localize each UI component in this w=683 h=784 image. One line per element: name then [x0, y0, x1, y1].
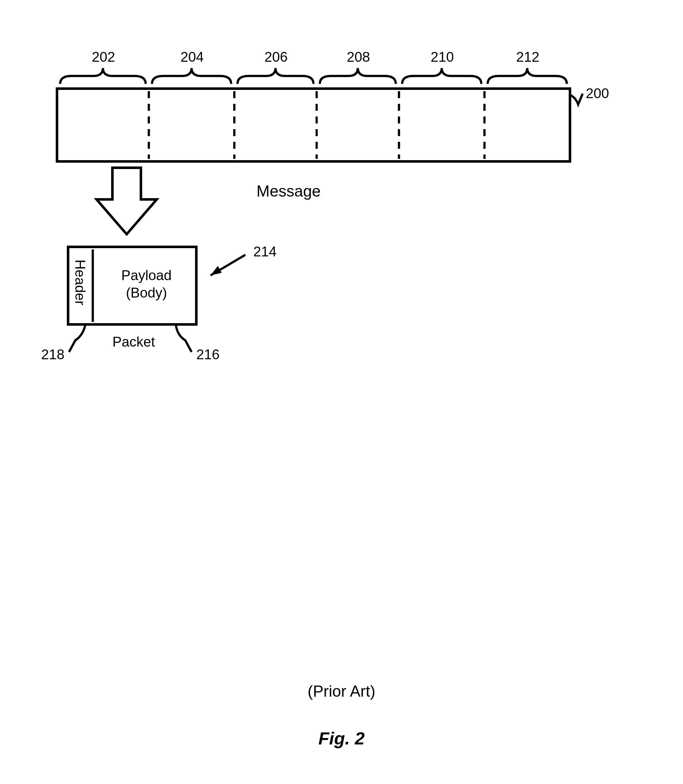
brace-208	[320, 68, 396, 84]
message-box	[57, 89, 570, 162]
brace-212	[487, 68, 567, 84]
brace-204	[152, 68, 231, 84]
diagram-canvas: 202 204 206 208 210 212 200 Message Head…	[0, 0, 683, 784]
brace-206	[237, 68, 313, 84]
label-216: 216	[196, 347, 220, 362]
label-204: 204	[181, 49, 204, 65]
leader-216	[176, 325, 192, 352]
label-212: 212	[516, 49, 539, 65]
label-header: Header	[72, 259, 88, 305]
label-payload-1: Payload	[100, 267, 193, 283]
label-208: 208	[347, 49, 370, 65]
label-200: 200	[586, 85, 609, 101]
label-message: Message	[257, 182, 321, 200]
label-figure: Fig. 2	[0, 728, 683, 749]
leader-214-head	[210, 266, 222, 275]
brace-202	[60, 68, 146, 84]
leader-218	[69, 325, 85, 352]
label-206: 206	[265, 49, 287, 65]
label-prior-art: (Prior Art)	[0, 682, 683, 701]
leader-200	[570, 94, 583, 104]
label-218: 218	[41, 347, 64, 362]
diagram-svg	[0, 0, 683, 784]
label-202: 202	[92, 49, 115, 65]
label-214: 214	[253, 244, 276, 259]
label-packet: Packet	[112, 334, 155, 350]
down-arrow	[96, 168, 157, 234]
label-210: 210	[431, 49, 454, 65]
brace-210	[402, 68, 481, 84]
label-payload-2: (Body)	[100, 285, 193, 301]
